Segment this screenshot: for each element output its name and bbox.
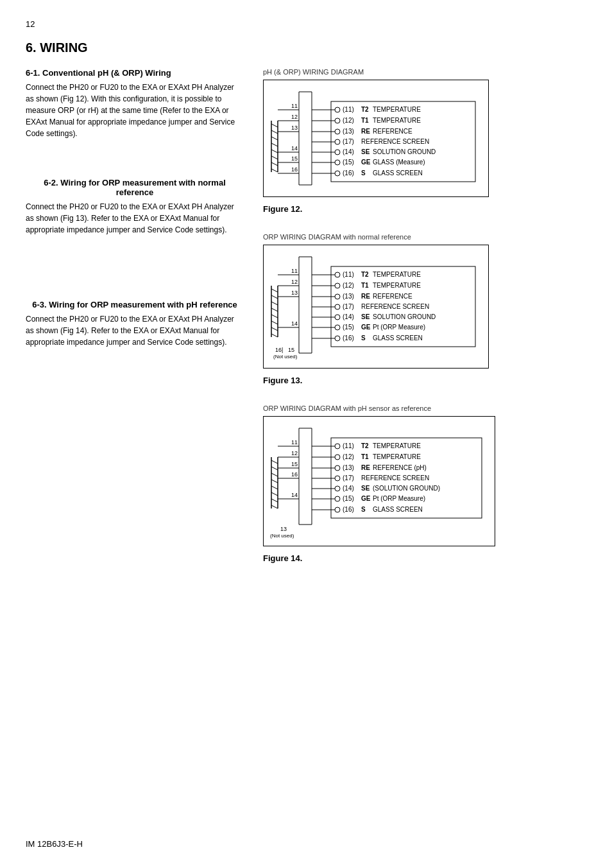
svg-line-63 — [271, 289, 278, 292]
svg-text:(16): (16) — [343, 334, 354, 342]
svg-text:RE: RE — [361, 464, 370, 471]
figure-12-title: pH (& ORP) WIRING DIAGRAM — [263, 68, 586, 76]
figure-14-diagram: 11 (11) T2 TEMPERATURE 12 (12) T1 TEMPER… — [263, 416, 495, 546]
svg-text:11: 11 — [291, 268, 298, 274]
footer: IM 12B6J3-E-H — [26, 839, 83, 849]
connector-symbol-12 — [271, 121, 278, 172]
svg-text:13: 13 — [280, 526, 287, 532]
svg-text:GE: GE — [361, 495, 371, 502]
svg-text:TEMPERATURE: TEMPERATURE — [373, 453, 421, 460]
svg-text:GLASS (Measure): GLASS (Measure) — [373, 159, 425, 166]
svg-point-101 — [335, 315, 340, 320]
svg-point-56 — [335, 171, 340, 176]
svg-text:(14): (14) — [343, 148, 354, 155]
svg-line-129 — [271, 492, 278, 496]
footer-text: IM 12B6J3-E-H — [26, 839, 83, 849]
svg-text:T1: T1 — [361, 453, 369, 460]
svg-text:16: 16 — [291, 471, 298, 478]
svg-point-92 — [335, 294, 340, 299]
svg-text:SE: SE — [361, 148, 370, 155]
svg-text:S: S — [361, 334, 366, 342]
svg-line-124 — [271, 460, 278, 464]
svg-line-66 — [271, 308, 278, 311]
svg-text:SOLUTION GROUND: SOLUTION GROUND — [373, 148, 436, 155]
svg-text:15: 15 — [291, 461, 298, 467]
figure-13-label: Figure 13. — [263, 376, 586, 385]
svg-text:REFERENCE (pH): REFERENCE (pH) — [373, 464, 427, 471]
svg-point-160 — [335, 476, 340, 481]
svg-point-146 — [335, 455, 340, 460]
svg-line-8 — [271, 162, 278, 166]
svg-text:16: 16 — [291, 166, 298, 173]
svg-text:(15): (15) — [343, 495, 354, 502]
svg-text:(11): (11) — [343, 442, 354, 449]
svg-text:GLASS SCREEN: GLASS SCREEN — [373, 169, 423, 177]
svg-text:Pt (ORP Measure): Pt (ORP Measure) — [373, 324, 425, 331]
svg-text:15: 15 — [291, 155, 298, 162]
svg-text:(16): (16) — [343, 169, 354, 177]
svg-line-70 — [271, 334, 278, 337]
subsection-6-1-title: 6-1. Conventional pH (& ORP) Wiring — [26, 68, 244, 78]
svg-point-36 — [335, 139, 340, 144]
subsection-6-2-text: Connect the PH20 or FU20 to the EXA or E… — [26, 201, 244, 236]
svg-line-7 — [271, 156, 278, 159]
figure-14-title: ORP WIRING DIAGRAM with pH sensor as ref… — [263, 404, 586, 412]
svg-text:T2: T2 — [361, 271, 369, 278]
svg-text:GLASS SCREEN: GLASS SCREEN — [373, 334, 423, 342]
figure-12-label: Figure 12. — [263, 204, 586, 214]
svg-text:GE: GE — [361, 159, 371, 166]
svg-text:SE: SE — [361, 485, 370, 492]
svg-text:(15): (15) — [343, 324, 354, 331]
svg-text:TEMPERATURE: TEMPERATURE — [373, 442, 421, 449]
svg-line-126 — [271, 473, 278, 476]
svg-text:(16): (16) — [343, 506, 354, 513]
svg-point-176 — [335, 507, 340, 512]
svg-text:RE: RE — [361, 128, 370, 135]
svg-text:|: | — [282, 347, 283, 353]
figure-14-label: Figure 14. — [263, 553, 586, 563]
svg-point-97 — [335, 304, 340, 309]
svg-point-171 — [335, 496, 340, 501]
svg-text:13: 13 — [291, 125, 298, 131]
subsection-6-1-text: Connect the PH20 or FU20 to the EXA or E… — [26, 82, 244, 139]
svg-line-2 — [271, 124, 278, 127]
svg-line-65 — [271, 302, 278, 305]
figure-12-diagram: 11 (11) T2 TEMPERATURE 12 (12) T1 TEMPER… — [263, 80, 489, 197]
subsection-6-2: 6-2. Wiring for ORP measurement with nor… — [26, 178, 244, 236]
figure-14-container: ORP WIRING DIAGRAM with pH sensor as ref… — [263, 404, 586, 563]
svg-text:(Not used): (Not used) — [273, 354, 298, 360]
svg-text:REFERENCE SCREEN: REFERENCE SCREEN — [361, 474, 429, 482]
figure-13-svg: 11 (11) T2 TEMPERATURE 12 (12) T1 TEMPER… — [264, 250, 482, 363]
svg-text:(11): (11) — [343, 271, 354, 278]
svg-text:16: 16 — [275, 347, 282, 353]
svg-point-153 — [335, 465, 340, 471]
subsection-6-2-title: 6-2. Wiring for ORP measurement with nor… — [26, 178, 244, 197]
svg-point-85 — [335, 283, 340, 288]
svg-line-131 — [271, 505, 278, 508]
figure-12-svg: 11 (11) T2 TEMPERATURE 12 (12) T1 TEMPER… — [264, 85, 482, 191]
svg-text:REFERENCE SCREEN: REFERENCE SCREEN — [361, 138, 429, 145]
svg-text:(14): (14) — [343, 313, 354, 320]
svg-text:(13): (13) — [343, 293, 354, 300]
svg-point-49 — [335, 160, 340, 165]
connector-symbol-13 — [271, 286, 278, 337]
svg-point-108 — [335, 325, 340, 330]
subsection-6-3-text: Connect the PH20 or FU20 to the EXA or E… — [26, 313, 244, 348]
svg-line-5 — [271, 143, 278, 146]
svg-text:(17): (17) — [343, 474, 354, 482]
svg-line-130 — [271, 499, 278, 502]
svg-text:TEMPERATURE: TEMPERATURE — [373, 271, 421, 278]
svg-text:(17): (17) — [343, 138, 354, 145]
svg-text:S: S — [361, 169, 366, 177]
svg-text:S: S — [361, 506, 366, 513]
svg-text:(12): (12) — [343, 453, 354, 460]
figure-13-title: ORP WIRING DIAGRAM with normal reference — [263, 233, 586, 241]
svg-text:13: 13 — [291, 290, 298, 296]
svg-text:TEMPERATURE: TEMPERATURE — [373, 282, 421, 289]
svg-text:GE: GE — [361, 324, 371, 331]
figure-12-container: pH (& ORP) WIRING DIAGRAM — [263, 68, 586, 214]
svg-text:12: 12 — [291, 279, 298, 285]
subsection-6-3: 6-3. Wiring for ORP measurement with pH … — [26, 300, 244, 348]
svg-text:Pt (ORP Measure): Pt (ORP Measure) — [373, 495, 425, 502]
svg-text:(12): (12) — [343, 282, 354, 289]
